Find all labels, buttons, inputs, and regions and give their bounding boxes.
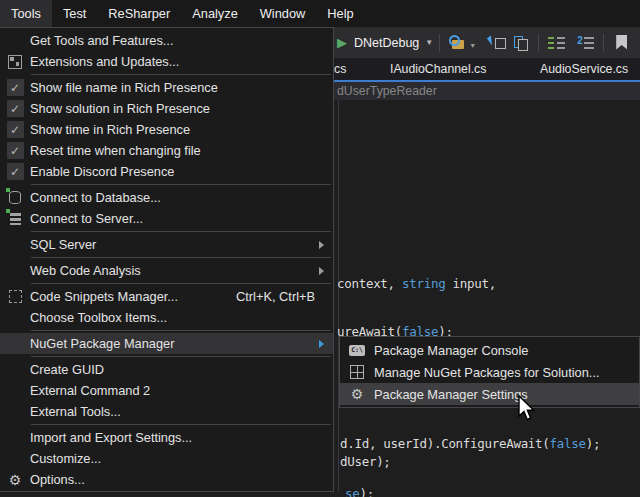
menu-item-shortcut: Ctrl+K, Ctrl+B [236,289,323,304]
checkmark-icon: ✓ [7,79,24,96]
menu-separator [31,184,331,185]
menu-item-code-snippets-manager[interactable]: Code Snippets Manager...Ctrl+K, Ctrl+B [0,286,333,307]
menu-item-package-manager-console[interactable]: C:\Package Manager Console [340,339,639,361]
menu-item-label: Reset time when changing file [30,143,201,158]
database-connect-icon [9,191,21,204]
menu-item-reset-time-when-changing-file[interactable]: ✓Reset time when changing file [0,140,333,161]
menu-item-show-solution-in-rich-presence[interactable]: ✓Show solution in Rich Presence [0,98,333,119]
menu-item-enable-discord-presence[interactable]: ✓Enable Discord Presence [0,161,333,182]
menu-item-label: Extensions and Updates... [30,54,179,69]
menu-item-show-time-in-rich-presence[interactable]: ✓Show time in Rich Presence [0,119,333,140]
menu-item-connect-to-server[interactable]: Connect to Server... [0,208,333,229]
menu-item-extensions-and-updates[interactable]: Extensions and Updates... [0,51,333,72]
menu-item-label: Show file name in Rich Presence [30,80,218,95]
menu-item-label: Code Snippets Manager... [30,289,178,304]
menu-item-sql-server[interactable]: SQL Server [0,234,333,255]
menu-item-import-and-export-settings[interactable]: Import and Export Settings... [0,427,333,448]
gear-icon: ⚙ [9,473,22,487]
toolbar-separator [603,34,604,52]
menu-item-label: Show solution in Rich Presence [30,101,210,116]
menu-item-label: Import and Export Settings... [30,430,192,445]
menu-item-nuget-package-manager[interactable]: NuGet Package Manager [0,333,333,354]
menu-separator [31,424,331,425]
snippets-icon [9,290,22,303]
submenu-arrow-icon [319,267,324,275]
menu-item-label: Options... [30,472,85,487]
menu-item-package-manager-settings[interactable]: ⚙Package Manager Settings [340,383,639,405]
menubar-item-test[interactable]: Test [52,0,97,27]
menu-separator [31,283,331,284]
menu-item-customize[interactable]: Customize... [0,448,333,469]
menubar-item-tools[interactable]: Tools [0,0,52,27]
bookmark-icon[interactable] [613,35,630,51]
submenu-arrow-icon [319,340,324,348]
menu-item-manage-nuget-packages-for-solution[interactable]: Manage NuGet Packages for Solution... [340,361,639,383]
menu-item-choose-toolbox-items[interactable]: Choose Toolbox Items... [0,307,333,328]
menu-item-label: Package Manager Console [374,343,528,358]
run-dropdown-caret-icon[interactable]: ▼ [425,38,433,47]
code-line: se); [345,486,374,497]
console-icon: C:\ [349,345,365,356]
menu-separator [31,257,331,258]
menu-item-label: Connect to Server... [30,211,143,226]
server-connect-icon [10,213,21,225]
indent-icon[interactable] [548,35,565,51]
menubar-item-analyze[interactable]: Analyze [181,0,249,27]
code-line: context, string input, [337,276,496,291]
menu-item-create-guid[interactable]: Create GUID [0,359,333,380]
code-line: dUser); [340,454,391,469]
copy-icon[interactable] [512,35,529,51]
menu-item-label: External Command 2 [30,383,150,398]
checkmark-icon: ✓ [7,142,24,159]
checkmark-icon: ✓ [7,121,24,138]
menubar-item-help[interactable]: Help [316,0,364,27]
menu-item-label: Enable Discord Presence [30,164,174,179]
toolbar-separator [538,34,539,52]
indent-guide [338,100,339,492]
menu-item-options[interactable]: ⚙Options... [0,469,333,490]
toolbar-separator [439,34,440,52]
menu-item-label: External Tools... [30,404,121,419]
tab-audioservice[interactable]: AudioService.cs [540,62,628,76]
menu-separator [31,74,331,75]
menu-separator [31,356,331,357]
tools-menu: Get Tools and Features...Extensions and … [0,27,334,492]
menu-item-label: Web Code Analysis [30,263,141,278]
menu-item-connect-to-database[interactable]: Connect to Database... [0,187,333,208]
menu-separator [31,231,331,232]
nuget-package-icon [350,365,364,379]
menu-item-label: Choose Toolbox Items... [30,310,167,325]
checkmark-icon: ✓ [7,100,24,117]
menu-item-label: SQL Server [30,237,96,252]
menu-item-web-code-analysis[interactable]: Web Code Analysis [0,260,333,281]
menu-item-label: Package Manager Settings [374,387,528,402]
checkmark-icon: ✓ [7,163,24,180]
menu-item-external-command-2[interactable]: External Command 2 [0,380,333,401]
extensions-icon [8,55,22,69]
tab-overflow-partial[interactable]: cs [334,62,346,76]
menu-item-label: Customize... [30,451,101,466]
menu-item-label: NuGet Package Manager [30,336,174,351]
menu-item-label: Connect to Database... [30,190,161,205]
menu-item-external-tools[interactable]: External Tools... [0,401,333,422]
menubar: ToolsTestReSharperAnalyzeWindowHelp [0,0,640,27]
menu-item-label: Manage NuGet Packages for Solution... [374,365,600,380]
menu-item-show-file-name-in-rich-presence[interactable]: ✓Show file name in Rich Presence [0,77,333,98]
toolbar-overflow-caret-icon[interactable]: ▼ [469,42,476,49]
find-in-files-icon[interactable] [449,35,466,51]
run-target-selector[interactable]: DNetDebug [354,36,419,50]
menu-separator [31,330,331,331]
menu-item-label: Show time in Rich Presence [30,122,190,137]
nav-type-text: dUserTypeReader [337,84,437,98]
navigate-to-icon[interactable] [489,35,506,51]
menu-item-label: Get Tools and Features... [30,33,173,48]
run-icon[interactable]: ▶ [337,35,347,50]
nuget-package-manager-submenu: C:\Package Manager ConsoleManage NuGet P… [339,336,640,408]
submenu-arrow-icon [319,241,324,249]
format-document-icon[interactable] [577,35,594,51]
tab-iaudiochannel[interactable]: IAudioChannel.cs [390,62,486,76]
menubar-item-resharper[interactable]: ReSharper [97,0,181,27]
menubar-item-window[interactable]: Window [249,0,317,27]
menu-item-get-tools-and-features[interactable]: Get Tools and Features... [0,30,333,51]
gear-icon: ⚙ [351,387,364,401]
